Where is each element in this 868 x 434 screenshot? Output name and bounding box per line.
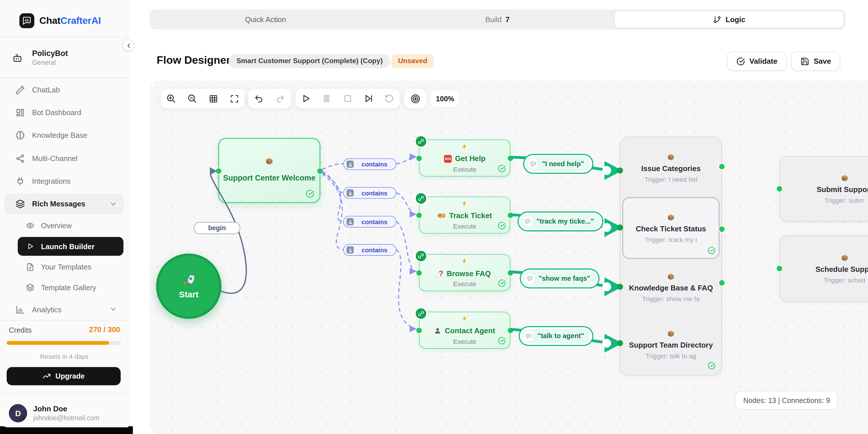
- chevron-down-icon: [109, 305, 117, 313]
- tab-quick-action[interactable]: Quick Action: [150, 9, 381, 29]
- package-icon: [219, 157, 319, 166]
- stop-icon[interactable]: [340, 91, 355, 105]
- speech-bubble-icon: [523, 216, 533, 226]
- output-port[interactable]: [507, 327, 514, 334]
- grid-icon[interactable]: [206, 91, 220, 105]
- app-logo: ChatCrafterAI: [19, 13, 101, 28]
- sidebar-item-knowledge-base[interactable]: Knowledge Base: [4, 126, 124, 144]
- input-port[interactable]: [776, 265, 783, 272]
- sidebar-item-analytics[interactable]: Analytics: [4, 301, 124, 318]
- output-port[interactable]: [718, 163, 725, 170]
- node-check-ticket-status[interactable]: Check Ticket Status Trigger: track my t: [622, 197, 720, 259]
- relation-pill-contains[interactable]: contains: [343, 216, 396, 228]
- check-circle-icon: [708, 361, 716, 370]
- relation-pill-contains[interactable]: contains: [343, 187, 396, 199]
- pause-icon[interactable]: [320, 91, 334, 105]
- edge-label-show-me-faqs[interactable]: "show me faqs": [523, 271, 597, 286]
- input-port[interactable]: [415, 155, 422, 162]
- credits-reset-text: Resets in 4 days: [0, 352, 128, 360]
- sos-icon: SOS: [444, 155, 452, 162]
- node-browse-faq[interactable]: ?Browse FAQ Execute: [419, 254, 510, 291]
- sidebar-item-launch-builder[interactable]: Launch Builder: [18, 237, 123, 256]
- lightning-icon: [420, 143, 510, 150]
- toolbar-view-group: [160, 88, 245, 109]
- package-icon: [666, 272, 675, 281]
- credits-value: 270 / 300: [89, 326, 120, 334]
- sidebar-item-bot-dashboard[interactable]: Bot Dashboard: [4, 104, 124, 121]
- check-circle-icon: [498, 221, 506, 229]
- chevron-left-icon: [125, 42, 132, 49]
- node-issue-categories[interactable]: Issue Categories Trigger: I need hel: [622, 140, 720, 196]
- dashboard-icon: [16, 107, 25, 117]
- logo-text: ChatCrafterAI: [39, 15, 101, 26]
- zoom-level[interactable]: 100%: [430, 89, 460, 108]
- bot-tier: General: [32, 59, 68, 66]
- play-icon[interactable]: [299, 91, 313, 105]
- input-port[interactable]: [776, 185, 783, 192]
- tab-build[interactable]: Build 7: [381, 9, 613, 29]
- redo-icon[interactable]: [273, 91, 288, 105]
- relation-pill-contains[interactable]: contains: [343, 244, 396, 256]
- node-schedule-support[interactable]: Schedule Suppo Trigger: sched: [779, 236, 868, 302]
- start-node[interactable]: Start: [156, 253, 222, 319]
- lightning-icon: [420, 315, 510, 322]
- canvas-status-bar: Nodes: 13 | Connections: 9: [735, 391, 838, 410]
- sidebar-item-your-templates[interactable]: Your Templates: [4, 259, 124, 274]
- brain-icon: [16, 130, 25, 140]
- edge-label-talk-to-agent[interactable]: "talk to agent": [522, 329, 591, 343]
- sidebar-item-chatlab[interactable]: ChatLab: [4, 81, 124, 99]
- output-port[interactable]: [507, 270, 514, 276]
- node-submit-support[interactable]: Submit Support Trigger: subm: [779, 156, 868, 222]
- edge-label-track-my-ticket[interactable]: "track my ticke...": [520, 214, 601, 228]
- toolbar-history-group: [247, 88, 291, 109]
- divider: [0, 78, 128, 78]
- target-icon[interactable]: [408, 91, 422, 105]
- credits-label: Credits: [9, 326, 32, 334]
- validate-button[interactable]: Validate: [727, 51, 786, 71]
- input-port[interactable]: [215, 167, 222, 174]
- node-track-ticket[interactable]: Track Ticket Execute: [419, 197, 510, 234]
- user-profile[interactable]: D John Doe johndoe@hotmail.com: [9, 404, 99, 423]
- zoom-in-icon[interactable]: [164, 91, 178, 105]
- node-knowledge-base-faq[interactable]: Knowledge Base & FAQ Trigger: show me fa: [622, 260, 720, 314]
- tab-logic[interactable]: Logic: [615, 11, 844, 28]
- output-port[interactable]: [718, 280, 725, 286]
- output-port[interactable]: [317, 167, 323, 174]
- user-name: John Doe: [33, 405, 100, 413]
- node-support-center-welcome[interactable]: Support Center Welcome: [218, 138, 321, 203]
- sidebar-collapse-button[interactable]: [122, 39, 134, 51]
- node-contact-agent[interactable]: Contact Agent Execute: [419, 312, 510, 349]
- sidebar-item-multi-channel[interactable]: Multi-Channel: [4, 150, 124, 167]
- input-port[interactable]: [415, 270, 422, 276]
- output-port[interactable]: [507, 155, 514, 162]
- undo-icon[interactable]: [252, 91, 266, 105]
- node-support-team-directory[interactable]: Support Team Directory Trigger: talk to …: [622, 315, 720, 373]
- sidebar-item-integrations[interactable]: Integrations: [4, 172, 124, 190]
- output-port[interactable]: [718, 226, 725, 232]
- robot-icon: [12, 52, 23, 63]
- speech-bubble-icon: [528, 159, 538, 169]
- rocket-icon: [182, 273, 196, 288]
- play-icon: [27, 243, 34, 250]
- flow-name-pill[interactable]: Smart Customer Support (Complete) (Copy): [228, 54, 391, 68]
- bot-name: PolicyBot: [32, 49, 68, 58]
- skip-forward-icon[interactable]: [361, 91, 376, 105]
- reset-icon[interactable]: [382, 91, 396, 105]
- node-get-help[interactable]: SOSGet Help Execute: [419, 140, 510, 177]
- package-icon: [666, 329, 675, 338]
- sidebar-item-rich-messages[interactable]: Rich Messages: [4, 194, 124, 214]
- output-port[interactable]: [507, 212, 514, 219]
- zoom-out-icon[interactable]: [185, 91, 199, 105]
- bot-profile[interactable]: PolicyBot General: [12, 49, 68, 67]
- input-port[interactable]: [415, 327, 422, 334]
- file-icon: [26, 262, 34, 271]
- sidebar-item-template-gallery[interactable]: Template Gallery: [4, 280, 124, 294]
- edge-label-i-need-help[interactable]: "I need help": [526, 157, 590, 171]
- relation-pill-contains[interactable]: contains: [343, 158, 396, 170]
- fullscreen-icon[interactable]: [227, 91, 241, 105]
- input-port[interactable]: [415, 212, 422, 219]
- sidebar-item-overview[interactable]: Overview: [4, 218, 124, 232]
- upgrade-button[interactable]: Upgrade: [7, 367, 121, 385]
- save-button[interactable]: Save: [791, 51, 840, 71]
- edge-label-begin[interactable]: begin: [194, 222, 240, 234]
